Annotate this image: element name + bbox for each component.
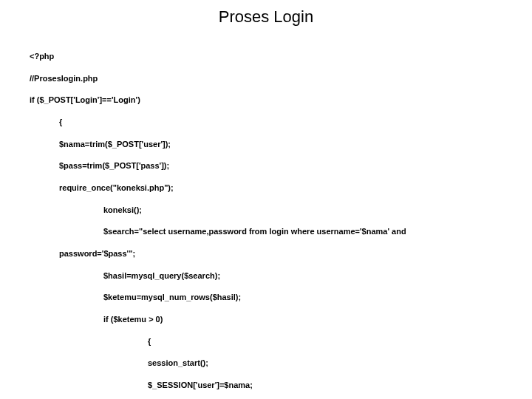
code-line: $pass=trim($_POST['pass']); [30,160,502,171]
code-line: $search="select username,password from l… [30,226,502,237]
code-line: if ($_POST['Login']=='Login') [30,95,502,106]
slide: Proses Login <?php //Proseslogin.php if … [0,0,532,399]
code-line: $hasil=mysql_query($search); [30,270,502,282]
code-block: <?php //Proseslogin.php if ($_POST['Logi… [30,40,502,399]
code-line: require_once("koneksi.php"); [30,183,502,194]
code-line: $nama=trim($_POST['user']); [30,139,502,150]
code-line: { [30,117,502,128]
slide-title: Proses Login [30,7,502,27]
code-line: koneksi(); [30,205,502,216]
code-line: { [30,336,502,347]
code-line: $_SESSION['user']=$nama; [30,380,502,391]
code-line: <?php [30,51,502,62]
code-line: //Proseslogin.php [30,73,502,84]
code-line: password='$pass'"; [30,248,502,259]
code-line: if ($ketemu > 0) [30,314,502,325]
code-line: session_start(); [30,358,502,369]
code-line: $ketemu=mysql_num_rows($hasil); [30,292,502,303]
